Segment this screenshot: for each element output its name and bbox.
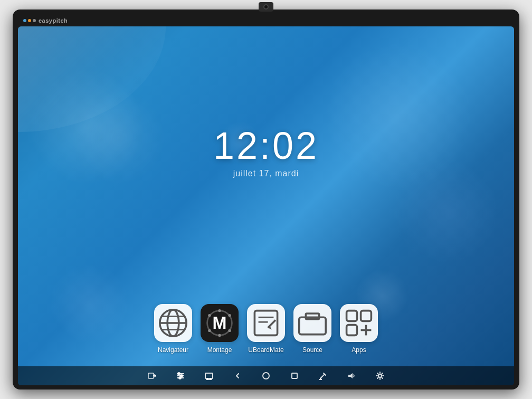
montage-icon: M [201, 304, 239, 342]
svg-line-50 [382, 378, 383, 379]
svg-line-52 [377, 378, 378, 379]
app-icon-apps [340, 304, 378, 342]
source-icon [293, 304, 331, 342]
brand-name: easypitch [39, 17, 68, 24]
clock-date: juillet 17, mardi [213, 169, 319, 178]
uboardmate-icon [247, 304, 285, 342]
bottom-equalizer-icon[interactable] [174, 369, 187, 382]
svg-line-51 [382, 373, 383, 374]
pen-icon [318, 371, 328, 381]
bottom-input-icon[interactable] [146, 369, 158, 382]
svg-point-11 [218, 334, 221, 337]
bottom-volume-icon[interactable] [345, 369, 358, 382]
svg-rect-39 [292, 373, 297, 378]
brightness-icon [375, 371, 385, 381]
svg-text:M: M [213, 314, 227, 332]
back-icon [233, 371, 242, 381]
input-icon [147, 371, 157, 381]
globe-icon [154, 304, 192, 342]
bokeh-4 [393, 158, 498, 264]
bottom-display-icon[interactable] [203, 369, 215, 382]
svg-line-17 [268, 320, 276, 328]
bottom-home-icon[interactable] [260, 369, 272, 382]
app-grid: Navigateur M [154, 304, 378, 354]
svg-point-32 [180, 375, 183, 377]
svg-rect-34 [205, 373, 213, 378]
volume-icon [347, 371, 356, 381]
app-icon-montage: M [201, 304, 239, 342]
app-icon-navigateur [154, 304, 192, 342]
brand-logo: easypitch [23, 17, 68, 24]
svg-point-8 [218, 309, 221, 312]
app-navigateur[interactable]: Navigateur [154, 304, 192, 354]
bottom-pen-icon[interactable] [317, 369, 329, 382]
webcam [259, 2, 273, 12]
bottom-brightness-icon[interactable] [374, 369, 386, 382]
clock-section: 12:02 juillet 17, mardi [213, 127, 319, 178]
app-icon-uboardmate [247, 304, 285, 342]
svg-rect-22 [361, 311, 372, 321]
app-apps[interactable]: Apps [340, 304, 378, 354]
svg-point-44 [378, 374, 382, 377]
bottom-back-icon[interactable] [231, 369, 244, 382]
app-label-source: Source [302, 346, 322, 354]
app-label-montage: Montage [207, 346, 232, 354]
app-montage[interactable]: M Montage [201, 304, 239, 354]
svg-rect-23 [347, 325, 357, 336]
screen: 12:02 juillet 17, mardi Navigateur [18, 26, 514, 385]
display-icon [204, 371, 214, 381]
svg-rect-26 [148, 373, 154, 378]
svg-marker-43 [348, 373, 353, 378]
svg-point-38 [263, 373, 269, 379]
monitor-top-bar: easypitch [18, 15, 514, 26]
svg-point-33 [179, 377, 181, 379]
dot-gray [33, 19, 36, 22]
monitor: easypitch 12:02 juillet 17, mardi [13, 10, 519, 390]
dot-blue [23, 19, 26, 22]
svg-line-49 [377, 373, 378, 374]
bottom-recent-icon[interactable] [288, 369, 301, 382]
webcam-lens [263, 4, 269, 10]
dot-orange [28, 19, 31, 22]
app-icon-source [293, 304, 331, 342]
bottom-bar [18, 366, 514, 385]
app-label-navigateur: Navigateur [158, 346, 188, 354]
apps-icon [340, 304, 378, 342]
clock-time: 12:02 [213, 127, 319, 165]
home-icon [261, 371, 271, 381]
app-label-uboardmate: UBoardMate [248, 346, 283, 354]
equalizer-icon [176, 371, 185, 381]
svg-line-40 [320, 374, 325, 378]
svg-point-10 [228, 329, 231, 332]
svg-point-31 [178, 373, 180, 375]
svg-rect-21 [347, 311, 357, 321]
bokeh-5 [50, 264, 129, 343]
svg-point-13 [208, 314, 211, 317]
app-label-apps: Apps [352, 346, 366, 354]
brand-dots [23, 19, 36, 22]
svg-point-12 [208, 329, 211, 332]
app-uboardmate[interactable]: UBoardMate [247, 304, 285, 354]
app-source[interactable]: Source [293, 304, 331, 354]
svg-point-9 [228, 314, 231, 317]
recent-icon [290, 371, 299, 381]
